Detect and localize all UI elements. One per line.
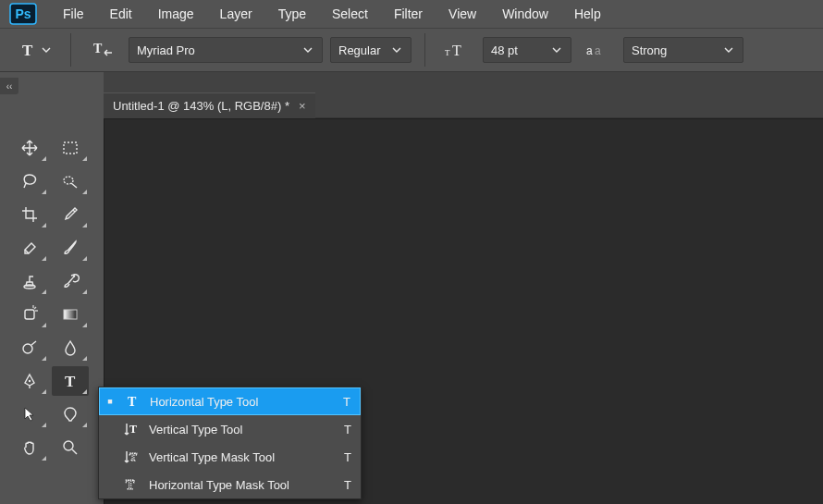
- font-family-dropdown[interactable]: Myriad Pro: [129, 37, 323, 63]
- shape-tool[interactable]: [52, 400, 89, 429]
- flyout-item-shortcut: T: [344, 478, 351, 492]
- dodge-tool[interactable]: [11, 333, 48, 363]
- chevron-down-icon: [722, 45, 735, 55]
- svg-text:T: T: [65, 373, 76, 390]
- path-select-tool[interactable]: [11, 400, 48, 429]
- svg-text:T: T: [452, 43, 461, 58]
- vertical-type-mask-icon: T: [121, 449, 141, 465]
- chevron-down-icon: [42, 45, 51, 55]
- menu-help[interactable]: Help: [561, 0, 614, 28]
- tool-preset-picker[interactable]: T: [13, 36, 57, 64]
- history-brush-tool[interactable]: [52, 266, 89, 296]
- menu-filter[interactable]: Filter: [381, 0, 436, 28]
- antialias-value: Strong: [632, 43, 722, 57]
- chevron-down-icon: [550, 45, 563, 55]
- flyout-item-label: Horizontal Type Mask Tool: [149, 478, 337, 492]
- antialias-dropdown[interactable]: Strong: [623, 37, 743, 63]
- menu-image[interactable]: Image: [145, 0, 207, 28]
- hand-tool[interactable]: [11, 433, 48, 462]
- separator: [424, 33, 425, 67]
- close-icon[interactable]: ×: [299, 99, 306, 113]
- type-tool[interactable]: T: [52, 366, 89, 396]
- svg-text:T: T: [445, 48, 450, 57]
- crop-tool[interactable]: [11, 200, 48, 229]
- spot-heal-tool[interactable]: [11, 300, 48, 329]
- horizontal-type-icon: T: [122, 393, 142, 410]
- move-tool[interactable]: [11, 133, 48, 163]
- options-bar: T T Myriad Pro Regular T T 48 pt a a Str…: [0, 28, 823, 72]
- blur-tool[interactable]: [52, 333, 89, 363]
- clone-stamp-tool[interactable]: [11, 266, 48, 296]
- panel-collapse-button[interactable]: ‹‹: [0, 78, 18, 94]
- svg-rect-11: [25, 310, 34, 319]
- flyout-item-shortcut: T: [343, 395, 350, 409]
- svg-rect-12: [64, 310, 77, 319]
- svg-point-16: [64, 441, 73, 450]
- flyout-item-label: Horizontal Type Tool: [150, 395, 336, 409]
- flyout-item-label: Vertical Type Mask Tool: [149, 450, 337, 464]
- menu-view[interactable]: View: [436, 0, 489, 28]
- zoom-tool[interactable]: [52, 433, 89, 462]
- menu-select[interactable]: Select: [319, 0, 381, 28]
- flyout-item-label: Vertical Type Tool: [149, 423, 337, 436]
- svg-point-10: [24, 285, 35, 289]
- menu-edit[interactable]: Edit: [97, 0, 145, 28]
- svg-text:T: T: [128, 395, 137, 409]
- flyout-vertical-type[interactable]: T Vertical Type Tool T: [99, 415, 361, 443]
- flyout-horizontal-type-mask[interactable]: T Horizontal Type Mask Tool T: [99, 471, 361, 498]
- pen-tool[interactable]: [11, 366, 48, 396]
- font-style-dropdown[interactable]: Regular: [330, 37, 412, 63]
- flyout-item-shortcut: T: [344, 423, 351, 436]
- svg-text:T: T: [126, 478, 135, 492]
- svg-text:T: T: [93, 42, 103, 55]
- toggle-orientation-button[interactable]: T: [90, 37, 116, 63]
- app-logo: Ps: [7, 3, 39, 25]
- svg-rect-8: [64, 142, 77, 154]
- flyout-item-shortcut: T: [344, 450, 351, 464]
- svg-text:a: a: [595, 44, 601, 57]
- lasso-tool[interactable]: [11, 166, 48, 196]
- toolbox: T: [7, 129, 94, 466]
- marquee-tool[interactable]: [52, 133, 89, 163]
- menu-layer[interactable]: Layer: [207, 0, 265, 28]
- separator: [70, 33, 71, 67]
- svg-text:T: T: [22, 42, 33, 59]
- document-tab-strip: Untitled-1 @ 143% (L, RGB/8#) * ×: [104, 92, 315, 118]
- menu-type[interactable]: Type: [265, 0, 319, 28]
- svg-point-14: [29, 380, 31, 382]
- quick-selection-tool[interactable]: [52, 166, 89, 196]
- active-dot-icon: ■: [105, 397, 115, 406]
- eyedropper-tool[interactable]: [52, 200, 89, 229]
- chevron-down-icon: [390, 45, 403, 55]
- font-size-value: 48 pt: [491, 43, 550, 57]
- menu-bar: Ps File Edit Image Layer Type Select Fil…: [0, 0, 823, 28]
- font-family-value: Myriad Pro: [137, 43, 301, 57]
- flyout-horizontal-type[interactable]: ■ T Horizontal Type Tool T: [99, 387, 361, 415]
- menu-file[interactable]: File: [50, 0, 97, 28]
- eraser-tool[interactable]: [11, 233, 48, 263]
- font-size-dropdown[interactable]: 48 pt: [483, 37, 571, 63]
- vertical-type-icon: T: [121, 421, 141, 437]
- font-style-value: Regular: [338, 43, 390, 57]
- font-size-icon: T T: [444, 37, 470, 63]
- svg-text:a: a: [586, 44, 593, 57]
- chevron-down-icon: [301, 45, 314, 55]
- document-tab[interactable]: Untitled-1 @ 143% (L, RGB/8#) * ×: [104, 92, 315, 118]
- flyout-vertical-type-mask[interactable]: T Vertical Type Mask Tool T: [99, 443, 361, 471]
- svg-text:T: T: [129, 423, 137, 436]
- menu-window[interactable]: Window: [489, 0, 561, 28]
- svg-point-13: [23, 344, 32, 353]
- gradient-tool[interactable]: [52, 300, 89, 329]
- type-tool-flyout: ■ T Horizontal Type Tool T T Vertical Ty…: [98, 387, 362, 499]
- brush-tool[interactable]: [52, 233, 89, 263]
- svg-text:Ps: Ps: [15, 6, 31, 21]
- svg-text:T: T: [129, 450, 137, 463]
- antialias-icon: a a: [584, 37, 610, 63]
- horizontal-type-mask-icon: T: [121, 476, 141, 493]
- document-tab-title: Untitled-1 @ 143% (L, RGB/8#) *: [113, 99, 289, 113]
